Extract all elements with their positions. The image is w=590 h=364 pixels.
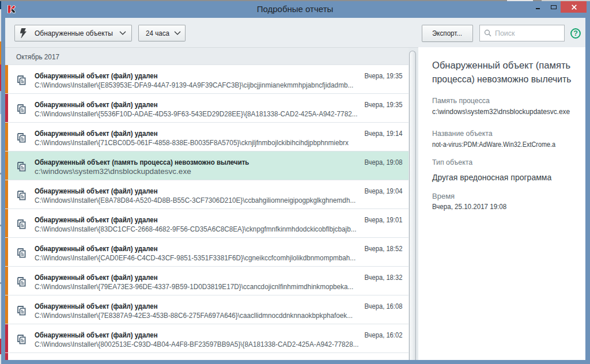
svg-text:?: ? <box>573 29 578 37</box>
